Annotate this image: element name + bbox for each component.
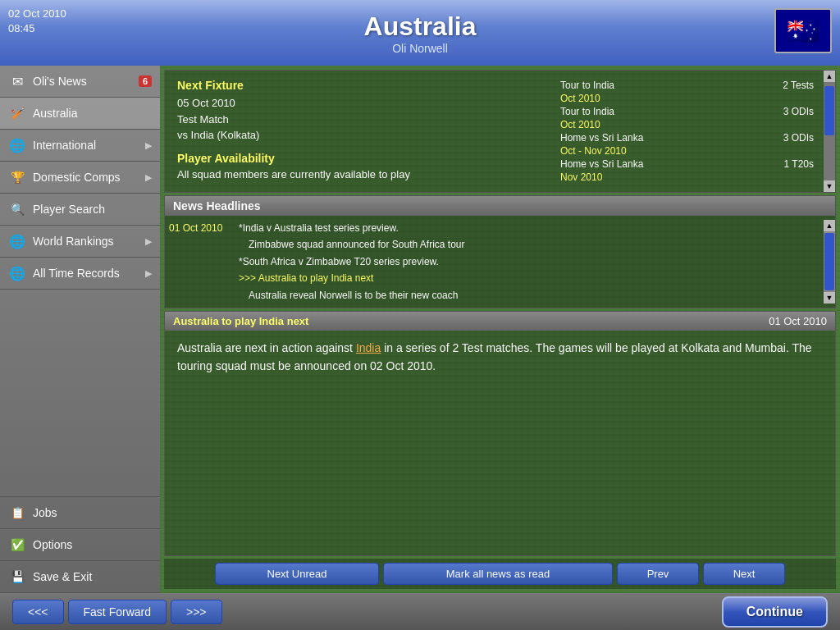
- sidebar-item-player-search[interactable]: Player Search: [0, 194, 160, 226]
- sidebar-label-save-exit: Save & Exit: [33, 570, 92, 583]
- schedule-panel: Tour to India 2 Tests Oct 2010 Tour to I…: [556, 71, 835, 192]
- top-section: Next Fixture 05 Oct 2010 Test Match vs I…: [164, 70, 836, 193]
- news-scroll-down[interactable]: ▼: [824, 292, 835, 304]
- article-header: Australia to play India next 01 Oct 2010: [165, 312, 835, 331]
- news-item-2[interactable]: *South Africa v Zimbabwe T20 series prev…: [239, 253, 824, 270]
- header-date: 02 Oct 2010: [8, 7, 66, 21]
- news-item-1[interactable]: Zimbabwe squad announced for South Afric…: [239, 236, 824, 253]
- next-unread-button[interactable]: Next Unread: [215, 563, 379, 585]
- schedule-count-4: 3 ODIs: [783, 132, 814, 144]
- news-item-3[interactable]: >>> Australia to play India next: [239, 270, 824, 286]
- fixture-title: Next Fixture: [177, 79, 544, 92]
- schedule-name-0: Tour to India: [560, 80, 614, 91]
- bottom-bar: <<< Fast Forward >>> Continue: [0, 593, 840, 630]
- globe-icon-intl: [8, 136, 26, 154]
- main-layout: Oli's News 6 Australia International ▶ D…: [0, 66, 840, 593]
- schedule-date-5: Oct - Nov 2010: [560, 145, 627, 157]
- mark-all-read-button[interactable]: Mark all news as read: [383, 563, 613, 585]
- news-section-title: News Headlines: [173, 199, 261, 212]
- fixture-date: 05 Oct 2010: [177, 95, 544, 112]
- sidebar-item-save-exit[interactable]: Save & Exit: [0, 561, 160, 593]
- news-scroll-thumb: [824, 233, 834, 290]
- schedule-name-4: Home vs Sri Lanka: [560, 132, 643, 144]
- nav-left-group: <<< Fast Forward >>>: [12, 600, 222, 624]
- schedule-date-3: Oct 2010: [560, 119, 600, 130]
- schedule-count-0: 2 Tests: [783, 80, 814, 91]
- sidebar-label-player-search: Player Search: [33, 203, 105, 216]
- back-button[interactable]: <<<: [12, 600, 64, 624]
- article-link-india[interactable]: India: [356, 341, 381, 354]
- schedule-date-1: Oct 2010: [560, 93, 600, 104]
- sidebar-item-australia[interactable]: Australia: [0, 98, 160, 130]
- cricket-icon: [8, 104, 26, 122]
- header-main-title: Australia: [364, 11, 477, 42]
- sidebar-item-all-time-records[interactable]: All Time Records ▶: [0, 258, 160, 290]
- schedule-row-5: Oct - Nov 2010: [560, 144, 814, 158]
- sidebar-label-olis-news: Oli's News: [33, 75, 87, 88]
- sidebar-bottom: Jobs Options Save & Exit: [0, 496, 160, 593]
- continue-button[interactable]: Continue: [722, 596, 828, 628]
- sidebar-label-international: International: [33, 139, 96, 152]
- sidebar-label-records: All Time Records: [33, 267, 120, 280]
- arrow-icon-rankings: ▶: [145, 236, 152, 247]
- sidebar-label-australia: Australia: [33, 107, 77, 120]
- forward-button[interactable]: >>>: [171, 600, 222, 624]
- header-time: 08:45: [8, 21, 66, 36]
- globe-icon-records: [8, 264, 26, 282]
- schedule-date-7: Nov 2010: [560, 171, 602, 183]
- header-subtitle: Oli Norwell: [364, 42, 477, 55]
- sidebar-item-international[interactable]: International ▶: [0, 130, 160, 162]
- jobs-icon: [8, 504, 26, 522]
- schedule-scroll-down[interactable]: ▼: [824, 180, 835, 192]
- sidebar: Oli's News 6 Australia International ▶ D…: [0, 66, 160, 593]
- schedule-name-6: Home vs Sri Lanka: [560, 158, 643, 170]
- schedule-row-1: Oct 2010: [560, 92, 814, 105]
- sidebar-item-domestic-comps[interactable]: Domestic Comps ▶: [0, 162, 160, 194]
- schedule-count-2: 3 ODIs: [783, 106, 814, 117]
- arrow-icon-domestic: ▶: [145, 172, 152, 183]
- globe-icon-rankings: [8, 232, 26, 250]
- schedule-scrollbar: ▲ ▼: [824, 71, 835, 192]
- fixture-panel: Next Fixture 05 Oct 2010 Test Match vs I…: [165, 71, 556, 192]
- article-section: Australia to play India next 01 Oct 2010…: [164, 311, 836, 556]
- flag-emoji: 🇦🇺: [787, 16, 819, 47]
- sidebar-label-world-rankings: World Rankings: [33, 235, 114, 248]
- news-section-header: News Headlines: [165, 196, 835, 216]
- header-datetime: 02 Oct 2010 08:45: [8, 7, 66, 36]
- schedule-scroll-thumb: [824, 86, 834, 135]
- prev-news-button[interactable]: Prev: [617, 563, 699, 585]
- arrow-icon-intl: ▶: [145, 140, 152, 151]
- article-body: Australia are next in action against Ind…: [165, 331, 835, 555]
- schedule-scroll-track: [824, 82, 835, 180]
- fast-forward-button[interactable]: Fast Forward: [68, 600, 167, 624]
- envelope-icon: [8, 72, 26, 90]
- next-news-button[interactable]: Next: [703, 563, 785, 585]
- sidebar-item-options[interactable]: Options: [0, 529, 160, 561]
- sidebar-item-olis-news[interactable]: Oli's News 6: [0, 66, 160, 98]
- sidebar-item-jobs[interactable]: Jobs: [0, 497, 160, 529]
- trophy-icon: [8, 168, 26, 186]
- header-title: Australia Oli Norwell: [364, 11, 477, 55]
- news-date-0: 01 Oct 2010: [169, 220, 235, 236]
- schedule-name-2: Tour to India: [560, 106, 614, 117]
- news-list: 01 Oct 2010 *India v Australia test seri…: [165, 216, 835, 308]
- schedule-row-4: Home vs Sri Lanka 3 ODIs: [560, 131, 814, 144]
- schedule-row-7: Nov 2010: [560, 171, 814, 184]
- news-item-4[interactable]: Australia reveal Norwell is to be their …: [239, 287, 824, 304]
- sidebar-item-world-rankings[interactable]: World Rankings ▶: [0, 226, 160, 258]
- news-section: News Headlines 01 Oct 2010 *India v Aust…: [164, 195, 836, 308]
- arrow-icon-records: ▶: [145, 268, 152, 279]
- news-buttons-bar: Next Unread Mark all news as read Prev N…: [164, 559, 836, 589]
- options-icon: [8, 536, 26, 554]
- sidebar-label-jobs: Jobs: [33, 506, 57, 519]
- schedule-scroll-up[interactable]: ▲: [824, 71, 835, 82]
- fixture-type: Test Match: [177, 112, 544, 128]
- article-title: Australia to play India next: [173, 315, 308, 327]
- news-scroll-up[interactable]: ▲: [824, 220, 835, 231]
- availability-title: Player Availability: [177, 152, 544, 165]
- olis-news-badge: 6: [139, 75, 152, 87]
- news-scrollbar: ▲ ▼: [824, 220, 835, 304]
- news-content-column: *India v Australia test series preview. …: [239, 220, 824, 304]
- news-date-column: 01 Oct 2010: [165, 220, 239, 304]
- news-item-0[interactable]: *India v Australia test series preview.: [239, 220, 824, 236]
